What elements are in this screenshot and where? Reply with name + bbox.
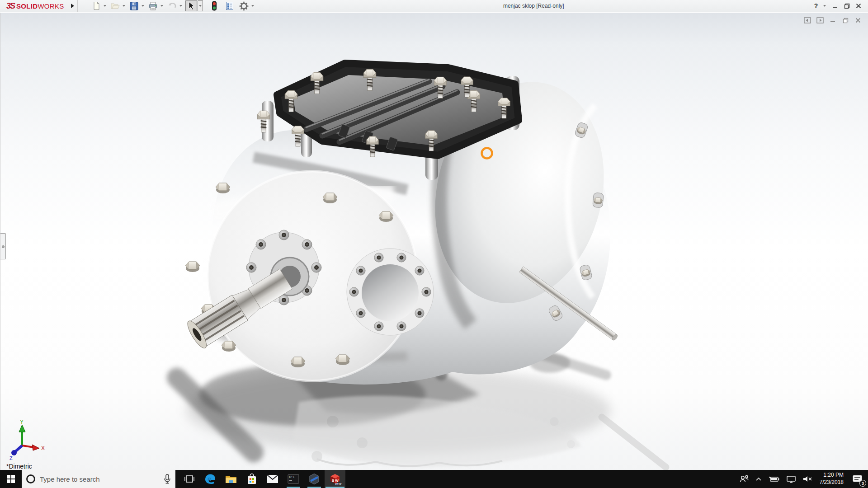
search-input[interactable] bbox=[40, 475, 159, 483]
battery-charging-icon bbox=[768, 475, 780, 483]
save-icon bbox=[129, 1, 139, 11]
solidworks-2017-icon: SW 2017 bbox=[328, 472, 342, 486]
volume-muted-icon bbox=[802, 475, 812, 483]
taskbar-apps: e C:\ bbox=[179, 470, 345, 488]
notification-badge: 3 bbox=[859, 480, 866, 487]
print-dropdown[interactable] bbox=[159, 0, 165, 11]
mail-icon bbox=[267, 474, 278, 483]
restore-button[interactable] bbox=[841, 0, 853, 12]
pane-right-icon bbox=[816, 17, 824, 23]
select-button[interactable] bbox=[185, 0, 197, 11]
open-button[interactable] bbox=[109, 0, 121, 11]
battery-button[interactable] bbox=[765, 470, 783, 488]
triad-y-label: Y bbox=[20, 419, 24, 425]
edge-button[interactable]: e bbox=[200, 470, 221, 488]
title-bar: 3S SOLID WORKS bbox=[0, 0, 868, 12]
window-controls: ? bbox=[810, 0, 868, 12]
taskbar-clock[interactable]: 1:20 PM 7/23/2018 bbox=[816, 472, 847, 486]
rebuild-button[interactable] bbox=[208, 0, 220, 11]
rebuild-traffic-light-icon bbox=[211, 1, 218, 11]
taskbar-search[interactable] bbox=[22, 470, 175, 488]
microsoft-store-button[interactable] bbox=[241, 470, 262, 488]
help-dropdown[interactable] bbox=[822, 0, 827, 11]
save-dropdown[interactable] bbox=[140, 0, 146, 11]
open-dropdown[interactable] bbox=[121, 0, 127, 11]
hexagon-app-icon bbox=[308, 473, 320, 485]
document-window-controls bbox=[803, 16, 863, 24]
svg-text:2017: 2017 bbox=[335, 483, 342, 486]
hexagon-app-button[interactable] bbox=[304, 470, 325, 488]
collapse-pane-right-button[interactable] bbox=[816, 16, 825, 24]
file-explorer-icon bbox=[225, 474, 237, 484]
svg-text:C:\: C:\ bbox=[289, 476, 295, 479]
undo-dropdown[interactable] bbox=[178, 0, 184, 11]
cortana-icon bbox=[26, 474, 35, 483]
command-prompt-button[interactable]: C:\ bbox=[283, 470, 304, 488]
pane-left-icon bbox=[804, 17, 811, 23]
network-button[interactable] bbox=[783, 470, 799, 488]
clock-time: 1:20 PM bbox=[820, 472, 844, 479]
mail-button[interactable] bbox=[262, 470, 283, 488]
triad-z-label: Z bbox=[9, 455, 13, 461]
system-tray: 1:20 PM 7/23/2018 3 bbox=[736, 470, 868, 488]
document-title: menjac sklop [Read-only] bbox=[257, 3, 810, 9]
save-button[interactable] bbox=[128, 0, 140, 11]
edge-icon: e bbox=[204, 473, 216, 485]
close-icon bbox=[856, 3, 861, 9]
file-explorer-button[interactable] bbox=[221, 470, 241, 488]
task-view-button[interactable] bbox=[179, 470, 200, 488]
options-button[interactable] bbox=[238, 0, 250, 11]
minimize-button[interactable] bbox=[829, 0, 841, 12]
options-gear-icon bbox=[239, 1, 249, 11]
volume-button[interactable] bbox=[800, 470, 815, 488]
people-icon bbox=[739, 474, 749, 483]
doc-minimize-icon bbox=[830, 18, 835, 23]
print-button[interactable] bbox=[147, 0, 159, 11]
svg-text:e: e bbox=[208, 475, 211, 483]
restore-icon bbox=[844, 3, 850, 9]
options-dropdown[interactable] bbox=[250, 0, 255, 11]
flyout-arrow-icon bbox=[71, 4, 74, 8]
model-canvas bbox=[0, 13, 868, 470]
windows-taskbar: e C:\ bbox=[0, 470, 868, 488]
side-bearing-flange bbox=[347, 249, 434, 335]
solidworks-2017-button[interactable]: SW 2017 bbox=[325, 470, 345, 488]
select-cursor-icon bbox=[187, 1, 195, 10]
undo-button[interactable] bbox=[166, 0, 178, 11]
command-prompt-icon: C:\ bbox=[288, 474, 299, 484]
select-dropdown[interactable] bbox=[198, 0, 203, 11]
menu-flyout-button[interactable] bbox=[68, 0, 78, 12]
new-document-button[interactable] bbox=[90, 0, 102, 11]
doc-restore-button[interactable] bbox=[841, 16, 850, 24]
task-view-icon bbox=[184, 474, 194, 483]
splitter-dot bbox=[2, 245, 5, 248]
action-center-button[interactable]: 3 bbox=[848, 470, 867, 488]
logo-text-light: WORKS bbox=[38, 2, 64, 10]
show-hidden-icons-button[interactable] bbox=[753, 470, 764, 488]
feature-panel-splitter-tab[interactable] bbox=[0, 233, 6, 259]
doc-minimize-button[interactable] bbox=[828, 16, 837, 24]
close-button[interactable] bbox=[853, 0, 864, 12]
minimize-icon bbox=[832, 3, 838, 9]
start-button[interactable] bbox=[0, 470, 22, 488]
doc-close-button[interactable] bbox=[854, 16, 863, 24]
file-properties-icon bbox=[225, 1, 234, 10]
new-document-dropdown[interactable] bbox=[102, 0, 108, 11]
triad-x-label: X bbox=[41, 445, 45, 451]
dassault-3s-mark: 3S bbox=[6, 1, 14, 11]
orientation-triad: Y X Z bbox=[4, 419, 49, 463]
open-folder-icon bbox=[110, 1, 120, 10]
collapse-pane-left-button[interactable] bbox=[803, 16, 812, 24]
undo-icon bbox=[167, 1, 177, 10]
windows-logo-icon bbox=[7, 475, 15, 483]
chevron-up-icon bbox=[755, 477, 762, 481]
clock-date: 7/23/2018 bbox=[820, 479, 844, 486]
graphics-area[interactable]: Y X Z *Dimetric bbox=[0, 13, 868, 470]
file-properties-button[interactable] bbox=[224, 0, 236, 11]
new-document-icon bbox=[92, 1, 101, 10]
help-button[interactable]: ? bbox=[810, 0, 822, 12]
people-button[interactable] bbox=[736, 470, 752, 488]
solidworks-logo: 3S SOLID WORKS bbox=[0, 0, 68, 12]
print-icon bbox=[148, 1, 158, 11]
microphone-icon[interactable] bbox=[164, 474, 171, 484]
